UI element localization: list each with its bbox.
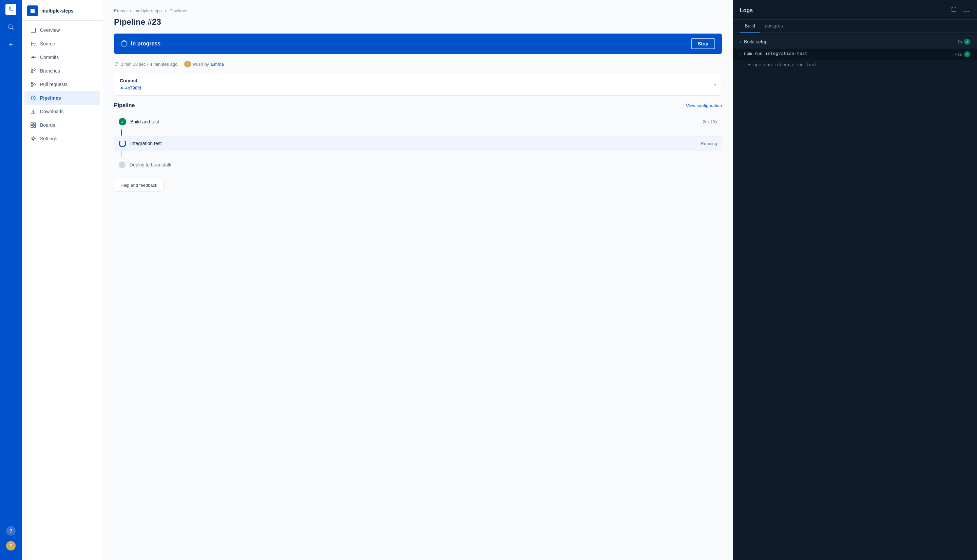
status-banner: In progress Stop	[114, 33, 722, 54]
svg-rect-17	[33, 125, 36, 127]
pipeline-title: Pipeline	[114, 102, 135, 108]
commits-icon	[30, 54, 37, 61]
build-setup-time: 2s	[957, 39, 962, 44]
sidebar-item-downloads[interactable]: Downloads	[24, 105, 100, 118]
log-section-build-setup: › Build setup 2s ✓	[733, 35, 977, 48]
meta-time: ⏱ 2 min 18 sec • 4 minutes ago	[114, 62, 177, 67]
commit-hash-link[interactable]: 4b798fd	[125, 85, 141, 90]
svg-point-11	[34, 84, 35, 85]
sidebar-label-branches: Branches	[40, 68, 60, 73]
commit-card[interactable]: Commit 4b798fd ›	[114, 73, 722, 96]
content-area: Emma / multiple-steps / Pipelines Pipeli…	[103, 0, 733, 560]
breadcrumb: Emma / multiple-steps / Pipelines	[114, 8, 722, 13]
logs-panel: Logs Build postgres › Build setup 2s ✓	[733, 0, 977, 560]
log-section-time: 2s ✓	[957, 38, 970, 45]
settings-icon	[30, 135, 37, 142]
nav-logo[interactable]	[5, 4, 16, 15]
main-content: Emma / multiple-steps / Pipelines Pipeli…	[103, 0, 733, 560]
svg-point-24	[968, 11, 969, 12]
logs-more-button[interactable]	[962, 5, 970, 15]
svg-rect-16	[31, 125, 33, 127]
sidebar-label-source: Source	[40, 41, 55, 47]
overview-icon	[30, 27, 37, 33]
commit-left: Commit 4b798fd	[120, 78, 141, 90]
stop-button[interactable]: Stop	[691, 38, 715, 49]
sidebar-label-settings: Settings	[40, 136, 57, 142]
svg-point-9	[31, 82, 33, 84]
logs-expand-button[interactable]	[950, 5, 958, 15]
pipeline-step-integration-test[interactable]: Integration test Running	[114, 136, 722, 151]
meta-push-user[interactable]: Emma	[211, 62, 224, 67]
step-name-build-and-test: Build and test	[130, 119, 698, 124]
breadcrumb-pipelines[interactable]: Pipelines	[169, 8, 187, 13]
svg-point-3	[32, 56, 34, 58]
logs-tab-build[interactable]: Build	[740, 20, 760, 33]
log-section-success-icon: ✓	[964, 38, 970, 45]
svg-point-10	[31, 85, 33, 87]
user-avatar[interactable]: E	[6, 541, 16, 550]
logs-header-actions	[950, 5, 970, 15]
pipeline-steps: ✓ Build and test 2m 18s Integration test…	[114, 114, 722, 172]
logs-title: Logs	[740, 7, 753, 13]
help-icon[interactable]: ?	[6, 526, 16, 536]
sidebar-item-overview[interactable]: Overview	[24, 23, 100, 37]
pipeline-step-build-and-test[interactable]: ✓ Build and test 2m 18s	[114, 114, 722, 130]
meta-row: ⏱ 2 min 18 sec • 4 minutes ago E Push by…	[114, 61, 722, 67]
step-connector-1	[121, 130, 122, 136]
global-nav: + ? E	[0, 0, 22, 560]
log-entry-success-icon: ✓	[964, 51, 970, 57]
sidebar-label-boards: Boards	[40, 122, 55, 128]
log-command-npm: npm run integration-test	[744, 51, 952, 56]
sidebar-item-settings[interactable]: Settings	[24, 132, 100, 145]
page-title: Pipeline #23	[114, 17, 722, 27]
breadcrumb-emma[interactable]: Emma	[114, 8, 127, 13]
sidebar-item-branches[interactable]: Branches	[24, 64, 100, 78]
log-sub-command: + npm run integration-test	[748, 62, 817, 67]
progress-spinner	[121, 40, 127, 47]
global-nav-top: +	[5, 4, 16, 526]
step-icon-success: ✓	[119, 118, 126, 125]
source-icon	[30, 40, 37, 47]
svg-point-18	[32, 138, 34, 140]
search-icon[interactable]	[5, 22, 16, 33]
breadcrumb-sep1: /	[130, 8, 132, 13]
commit-label: Commit	[120, 78, 141, 83]
sidebar-label-pipelines: Pipelines	[40, 95, 61, 101]
pipeline-header: Pipeline View configuration	[114, 102, 722, 108]
log-sub-entry-npm: + npm run integration-test	[733, 60, 977, 69]
sidebar-item-source[interactable]: Source	[24, 37, 100, 50]
step-icon-pending	[119, 162, 125, 168]
breadcrumb-repo[interactable]: multiple-steps	[134, 8, 162, 13]
logs-tab-postgres[interactable]: postgres	[760, 20, 788, 33]
log-entry-time: <1s	[955, 52, 962, 57]
meta-push-label: Push by	[193, 62, 209, 67]
pipelines-icon	[30, 95, 37, 102]
add-icon[interactable]: +	[5, 39, 16, 50]
sidebar-label-overview: Overview	[40, 27, 60, 33]
sidebar-label-downloads: Downloads	[40, 109, 63, 114]
sidebar-header: multiple-steps	[22, 0, 103, 21]
branches-icon	[30, 67, 37, 74]
view-config-link[interactable]: View configuration	[686, 103, 722, 108]
sidebar-item-pull-requests[interactable]: Pull requests	[24, 78, 100, 91]
svg-rect-0	[8, 7, 14, 13]
help-feedback-button[interactable]: Help and feedback	[114, 179, 164, 192]
status-label: In progress	[131, 41, 160, 47]
svg-rect-15	[33, 123, 36, 125]
svg-point-22	[964, 11, 965, 12]
pipeline-step-deploy[interactable]: Deploy to beanstalk	[114, 157, 722, 172]
logs-content: › Build setup 2s ✓ › npm run integration…	[733, 33, 977, 560]
sidebar-label-pull-requests: Pull requests	[40, 82, 67, 87]
svg-point-19	[121, 87, 122, 89]
repo-name: multiple-steps	[42, 8, 73, 13]
step-icon-running	[119, 140, 126, 147]
svg-point-8	[34, 69, 35, 70]
step-connector-2	[121, 151, 122, 157]
sidebar-item-commits[interactable]: Commits	[24, 50, 100, 64]
sidebar-item-pipelines[interactable]: Pipelines	[24, 91, 100, 105]
commit-arrow-icon: ›	[715, 82, 716, 87]
repo-icon	[27, 5, 38, 16]
log-entry-npm-run[interactable]: › npm run integration-test <1s ✓	[733, 48, 977, 60]
sidebar-item-boards[interactable]: Boards	[24, 118, 100, 132]
log-section-header-build-setup[interactable]: › Build setup 2s ✓	[733, 35, 977, 48]
